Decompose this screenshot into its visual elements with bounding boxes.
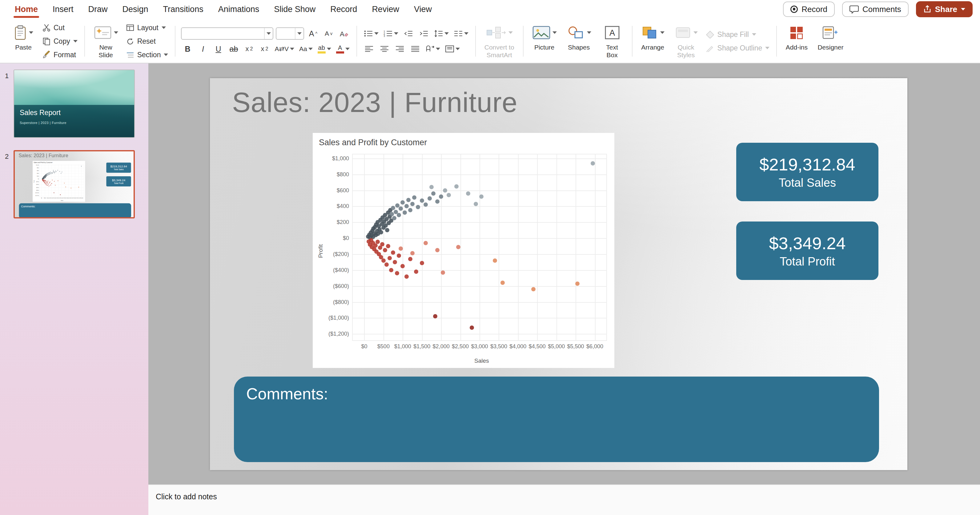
record-icon bbox=[791, 6, 798, 13]
tab-view[interactable]: View bbox=[407, 0, 439, 19]
numbering-button[interactable]: 1 2 3 bbox=[382, 27, 399, 40]
line-spacing-button[interactable] bbox=[433, 27, 450, 40]
text-box-button[interactable]: A Text Box bbox=[598, 20, 626, 62]
slide-title-textbox[interactable]: Sales: 2023 | Furniture bbox=[232, 87, 517, 118]
tab-transitions[interactable]: Transitions bbox=[156, 0, 211, 19]
tab-animations[interactable]: Animations bbox=[211, 0, 267, 19]
superscript-button[interactable]: x2 bbox=[243, 43, 256, 55]
tab-insert[interactable]: Insert bbox=[45, 0, 81, 19]
shapes-button[interactable]: Shapes bbox=[563, 20, 594, 62]
italic-button[interactable]: I bbox=[196, 43, 209, 55]
decrease-indent-button[interactable] bbox=[402, 27, 415, 40]
layout-chevron-icon bbox=[162, 27, 166, 29]
paragraph-group: 1 2 3 bbox=[358, 20, 474, 63]
bullets-button[interactable] bbox=[363, 27, 380, 40]
shape-fill-button[interactable]: Shape Fill bbox=[705, 29, 771, 40]
subscript-button[interactable]: x2 bbox=[258, 43, 271, 55]
slide-1-thumbnail[interactable]: Sales Report Superstore | 2023 | Furnitu… bbox=[14, 70, 135, 138]
notes-pane[interactable]: Click to add notes bbox=[148, 484, 980, 515]
quick-styles-button[interactable]: Quick Styles bbox=[671, 20, 701, 62]
copy-button[interactable]: Copy bbox=[41, 36, 79, 47]
section-button[interactable]: Section bbox=[125, 49, 170, 60]
numbering-chevron-icon bbox=[394, 32, 398, 35]
shapes-chevron-icon bbox=[587, 32, 591, 34]
designer-button[interactable]: Designer bbox=[815, 20, 846, 62]
align-right-button[interactable] bbox=[393, 43, 406, 55]
sales-profit-scatter-chart[interactable]: Sales and Profit by Customer $0$500$1,00… bbox=[313, 133, 614, 368]
record-button[interactable]: Record bbox=[783, 2, 835, 17]
slide-2-thumbnail[interactable]: Sales: 2023 | Furniture Sales and Profit… bbox=[14, 150, 135, 218]
font-name-combo[interactable] bbox=[181, 27, 273, 40]
increase-font-size-button[interactable]: A^ bbox=[307, 27, 320, 40]
font-color-button[interactable]: A bbox=[335, 43, 351, 55]
slide-editor-canvas[interactable]: Sales: 2023 | Furniture Sales and Profit… bbox=[148, 64, 980, 484]
clear-formatting-button[interactable]: A bbox=[337, 27, 350, 40]
columns-button[interactable] bbox=[452, 27, 470, 40]
format-painter-button[interactable]: Format bbox=[41, 49, 79, 60]
shape-fill-label: Shape Fill bbox=[718, 30, 749, 39]
bold-button[interactable]: B bbox=[181, 43, 194, 55]
comments-textbox[interactable]: Comments: bbox=[234, 377, 879, 462]
tab-review[interactable]: Review bbox=[364, 0, 407, 19]
cut-button[interactable]: Cut bbox=[41, 22, 79, 33]
character-spacing-button[interactable]: A⇄V bbox=[273, 43, 296, 55]
tab-record[interactable]: Record bbox=[323, 0, 364, 19]
underline-button[interactable]: U bbox=[212, 43, 225, 55]
add-ins-button[interactable]: Add-ins bbox=[783, 20, 811, 62]
total-sales-kpi-box[interactable]: $219,312.84 Total Sales bbox=[736, 143, 878, 201]
addins-group: Add-ins Designer bbox=[778, 20, 851, 63]
paste-button[interactable]: Paste bbox=[9, 20, 38, 62]
justify-button[interactable] bbox=[409, 43, 422, 55]
reset-button[interactable]: Reset bbox=[125, 36, 170, 47]
new-slide-button[interactable]: New Slide bbox=[91, 20, 121, 62]
decrease-font-size-button[interactable]: Av bbox=[322, 27, 335, 40]
align-left-button[interactable] bbox=[363, 43, 375, 55]
total-sales-value: $219,312.84 bbox=[110, 165, 127, 168]
total-profit-kpi-box: $3,349.24 Total Profit bbox=[106, 176, 131, 186]
convert-to-smartart-button[interactable]: Convert to SmartArt bbox=[481, 20, 517, 62]
shape-outline-button[interactable]: Shape Outline bbox=[705, 43, 771, 54]
menu-bar: Home Insert Draw Design Transitions Anim… bbox=[0, 0, 980, 19]
convert-to-smartart-label: Convert to SmartArt bbox=[484, 44, 514, 59]
total-sales-label: Total Sales bbox=[114, 168, 123, 170]
sales-profit-scatter-chart: Sales and Profit by Customer $0$500$1,00… bbox=[33, 161, 85, 202]
section-label: Section bbox=[137, 51, 161, 59]
insert-group: Picture Shapes A bbox=[525, 20, 631, 63]
total-profit-kpi-box[interactable]: $3,349.24 Total Profit bbox=[736, 221, 878, 280]
share-button[interactable]: Share bbox=[916, 1, 973, 17]
text-direction-button[interactable] bbox=[424, 43, 441, 55]
comments-button[interactable]: Comments bbox=[842, 2, 908, 17]
slide-canvas[interactable]: Sales: 2023 | Furniture Sales and Profit… bbox=[210, 78, 907, 470]
tab-slide-show[interactable]: Slide Show bbox=[267, 0, 323, 19]
layout-button[interactable]: Layout bbox=[125, 22, 170, 33]
font-size-combo[interactable] bbox=[276, 27, 304, 40]
tab-draw[interactable]: Draw bbox=[81, 0, 115, 19]
text-highlight-button[interactable]: ab bbox=[317, 43, 332, 55]
chart-y-axis-label: Profit bbox=[317, 244, 324, 258]
font-size-chevron-icon bbox=[298, 32, 302, 35]
arrange-label: Arrange bbox=[641, 44, 664, 51]
picture-button[interactable]: Picture bbox=[529, 20, 560, 62]
notes-placeholder: Click to add notes bbox=[156, 492, 217, 501]
font-name-input[interactable] bbox=[181, 28, 264, 39]
character-spacing-chevron-icon bbox=[290, 48, 294, 50]
font-group: A^ Av A B I U ab x2 x2 A⇄ bbox=[177, 20, 355, 63]
align-center-button[interactable] bbox=[378, 43, 391, 55]
bullets-chevron-icon bbox=[374, 32, 379, 35]
line-spacing-chevron-icon bbox=[444, 32, 449, 35]
tab-home[interactable]: Home bbox=[7, 0, 45, 19]
arrange-button[interactable]: Arrange bbox=[638, 20, 668, 62]
change-case-button[interactable]: Aa bbox=[298, 43, 314, 55]
format-label: Format bbox=[54, 51, 76, 59]
align-text-button[interactable] bbox=[444, 43, 461, 55]
change-case-chevron-icon bbox=[309, 48, 313, 50]
tab-design[interactable]: Design bbox=[115, 0, 156, 19]
chart-plot-area: $0$500$1,000$1,500$2,000$2,500$3,000$3,5… bbox=[352, 154, 607, 341]
font-size-input[interactable] bbox=[277, 28, 295, 39]
shape-outline-label: Shape Outline bbox=[718, 44, 762, 52]
svg-text:3: 3 bbox=[383, 35, 385, 37]
paste-chevron-icon bbox=[29, 32, 33, 34]
strikethrough-button[interactable]: ab bbox=[227, 43, 240, 55]
shapes-label: Shapes bbox=[568, 44, 590, 51]
increase-indent-button[interactable] bbox=[417, 27, 430, 40]
